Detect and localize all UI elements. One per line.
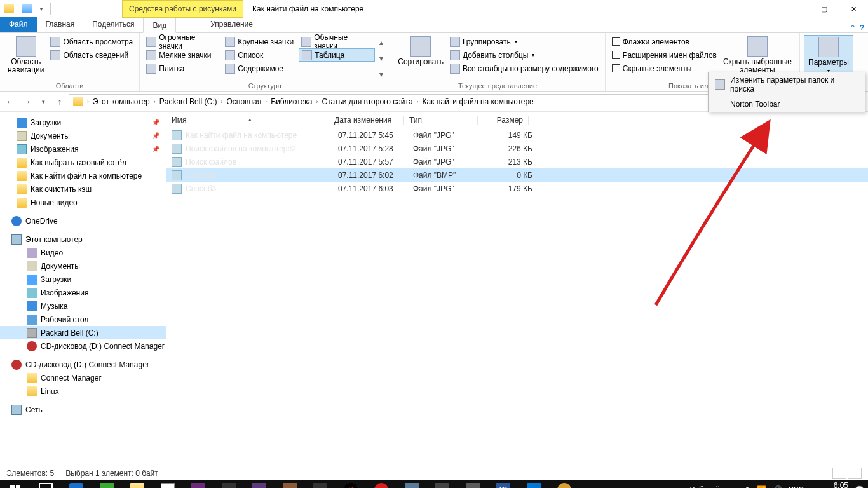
view-tiles[interactable]: Плитка <box>144 62 222 75</box>
taskbar-app6[interactable] <box>305 480 336 488</box>
taskbar-paint[interactable] <box>549 480 580 488</box>
tray-volume-icon[interactable]: 🔊 <box>773 485 782 488</box>
nav-up-button[interactable]: ↑ <box>52 94 67 109</box>
taskbar-app[interactable] <box>92 480 122 488</box>
minimize-button[interactable]: — <box>780 0 810 18</box>
breadcrumb-segment[interactable]: Как найти файл на компьютере <box>420 97 536 106</box>
col-name[interactable]: Имя▲ <box>166 116 329 125</box>
view-mode-thumbnails[interactable] <box>848 468 862 479</box>
taskbar-opera[interactable] <box>366 480 397 488</box>
quick-access-dropdown[interactable]: ▾ <box>35 3 48 15</box>
nav-back-button[interactable]: ← <box>3 94 18 109</box>
file-row[interactable]: Поиск файлов на компьютере207.11.2017 5:… <box>166 142 868 155</box>
sort-button[interactable]: Сортировать <box>394 35 447 82</box>
tree-pc-pictures[interactable]: Изображения <box>0 286 166 299</box>
taskbar-app7[interactable] <box>397 480 427 488</box>
tab-view[interactable]: Вид <box>143 18 176 33</box>
quick-folder-icon[interactable] <box>3 3 15 15</box>
navigation-pane-button[interactable]: Область навигации <box>4 35 48 82</box>
tree-documents[interactable]: Документы📌 <box>0 129 166 142</box>
taskbar-store[interactable] <box>153 480 183 488</box>
dropdown-change-folder-options[interactable]: Изменить параметры папок и поиска <box>709 72 865 97</box>
col-size[interactable]: Размер <box>478 116 529 125</box>
taskbar-app3[interactable] <box>214 480 244 488</box>
taskbar-app5[interactable] <box>275 480 305 488</box>
tree-pictures[interactable]: Изображения📌 <box>0 142 166 156</box>
view-extra-large[interactable]: Огромные значки <box>144 35 222 48</box>
preview-pane-button[interactable]: Область просмотра <box>48 35 135 48</box>
tab-manage[interactable]: Управление <box>201 17 262 32</box>
breadcrumb-segment[interactable]: Этот компьютер <box>90 97 153 106</box>
tree-this-pc[interactable]: Этот компьютер <box>0 233 166 246</box>
help-icon[interactable]: ? <box>860 24 864 32</box>
dropdown-norton-toolbar[interactable]: Norton Toolbar <box>709 97 865 112</box>
tree-folder-clearcache[interactable]: Как очистить кэш <box>0 182 166 196</box>
tree-downloads[interactable]: Загрузки📌 <box>0 116 166 129</box>
tree-drive-c[interactable]: Packard Bell (C:) <box>0 326 166 339</box>
layout-scroll-up[interactable]: ▴ <box>379 38 383 47</box>
taskbar-explorer[interactable] <box>122 480 153 488</box>
group-by-button[interactable]: Группировать▾ <box>447 35 601 48</box>
layout-expand[interactable]: ▾ <box>379 70 383 79</box>
tab-share[interactable]: Поделиться <box>83 17 143 32</box>
view-table[interactable]: Таблица <box>299 48 375 62</box>
tree-pc-downloads[interactable]: Загрузки <box>0 273 166 286</box>
tree-folder-findfile[interactable]: Как найти файл на компьютере <box>0 169 166 182</box>
close-button[interactable]: ✕ <box>839 0 868 18</box>
taskbar-show-desktop-label[interactable]: Рабочий стол <box>690 485 738 488</box>
tray-network-icon[interactable]: 📶 <box>757 485 766 488</box>
collapse-ribbon-icon[interactable]: ⌃ <box>850 24 856 32</box>
hidden-items-toggle[interactable]: Скрытые элементы <box>609 62 719 75</box>
breadcrumb-segment[interactable]: Основная <box>224 97 264 106</box>
tree-folder-newvideos[interactable]: Новые видео <box>0 196 166 209</box>
item-checkboxes-toggle[interactable]: Флажки элементов <box>609 35 719 48</box>
add-columns-button[interactable]: Добавить столбцы▾ <box>447 48 601 62</box>
tree-pc-music[interactable]: Музыка <box>0 299 166 313</box>
nav-history-dropdown[interactable]: ▾ <box>36 94 51 109</box>
tree-pc-desktop[interactable]: Рабочий стол <box>0 313 166 326</box>
tree-linux[interactable]: Linux <box>0 384 166 398</box>
tray-language[interactable]: РУС <box>789 485 804 488</box>
col-type[interactable]: Тип <box>404 116 478 125</box>
tab-file[interactable]: Файл <box>0 17 37 32</box>
view-small[interactable]: Мелкие значки <box>144 48 222 62</box>
taskbar-edge[interactable] <box>61 480 92 488</box>
quick-folder-icon-blue[interactable] <box>21 3 34 15</box>
tree-cd-root[interactable]: CD-дисковод (D:) Connect Manager <box>0 358 166 371</box>
maximize-button[interactable]: ▢ <box>810 0 839 18</box>
tab-home[interactable]: Главная <box>37 17 84 32</box>
col-date[interactable]: Дата изменения <box>329 116 404 125</box>
task-view-button[interactable] <box>31 480 61 488</box>
file-row[interactable]: Способ307.11.2017 6:03Файл "JPG"179 КБ <box>166 182 868 195</box>
details-pane-button[interactable]: Область сведений <box>48 48 135 62</box>
size-columns-button[interactable]: Все столбцы по размеру содержимого <box>447 62 601 75</box>
view-content[interactable]: Содержимое <box>222 62 299 75</box>
view-list[interactable]: Список <box>222 48 299 62</box>
view-mode-details[interactable] <box>832 468 846 479</box>
breadcrumb-segment[interactable]: Статьи для второго сайта <box>320 97 416 106</box>
layout-scroll-down[interactable]: ▾ <box>379 54 383 63</box>
breadcrumb-segment[interactable]: Библиотека <box>268 97 315 106</box>
nav-forward-button[interactable]: → <box>19 94 34 109</box>
tree-video[interactable]: Видео <box>0 246 166 259</box>
tree-drive-d[interactable]: CD-дисковод (D:) Connect Manager <box>0 339 166 353</box>
taskbar-settings[interactable] <box>519 480 549 488</box>
taskbar-app9[interactable] <box>458 480 488 488</box>
file-extensions-toggle[interactable]: Расширения имен файлов <box>609 48 719 62</box>
start-button[interactable] <box>0 480 31 488</box>
tray-notifications-icon[interactable]: 💬 <box>855 485 864 488</box>
tree-onedrive[interactable]: OneDrive <box>0 214 166 227</box>
tray-chevron-icon[interactable]: ⌃ <box>744 485 750 488</box>
taskbar-app8[interactable] <box>427 480 458 488</box>
file-row[interactable]: Способ307.11.2017 6:02Файл "BMP"0 КБ <box>166 168 868 182</box>
tray-clock[interactable]: 6:0507.11.2017 <box>810 482 848 488</box>
file-row[interactable]: Как найти файл на компьютере07.11.2017 5… <box>166 128 868 142</box>
tree-network[interactable]: Сеть <box>0 403 166 416</box>
tree-pc-documents[interactable]: Документы <box>0 259 166 273</box>
taskbar-app4[interactable] <box>244 480 275 488</box>
breadcrumb-segment[interactable]: Packard Bell (C:) <box>157 97 220 106</box>
view-normal[interactable]: Обычные значки <box>299 35 375 48</box>
taskbar-yandex[interactable]: Y <box>336 480 366 488</box>
file-row[interactable]: Поиск файлов07.11.2017 5:57Файл "JPG"213… <box>166 155 868 168</box>
view-large[interactable]: Крупные значки <box>222 35 299 48</box>
